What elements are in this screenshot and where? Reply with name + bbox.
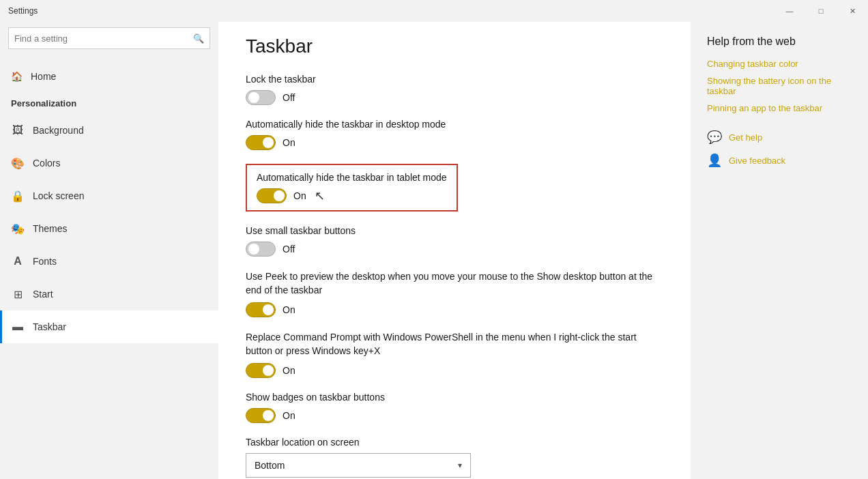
sidebar-item-start[interactable]: ⊞ Start: [0, 278, 218, 310]
badges-toggle-row: On: [246, 408, 663, 423]
auto-hide-tablet-label: Automatically hide the taskbar in tablet…: [257, 172, 447, 183]
powershell-toggle[interactable]: [246, 363, 276, 378]
badges-label: Show badges on taskbar buttons: [246, 392, 663, 403]
setting-lock-taskbar: Lock the taskbar Off: [246, 74, 663, 105]
small-buttons-toggle[interactable]: [246, 242, 276, 257]
sidebar-item-home[interactable]: 🏠 Home: [0, 60, 218, 93]
get-help-action[interactable]: 💬 Get help: [707, 130, 852, 145]
home-icon: 🏠: [11, 71, 23, 82]
page-title: Taskbar: [246, 35, 663, 57]
setting-auto-hide-tablet-highlighted: Automatically hide the taskbar in tablet…: [246, 164, 458, 212]
fonts-icon: A: [11, 255, 25, 267]
give-feedback-label: Give feedback: [729, 156, 785, 166]
setting-powershell: Replace Command Prompt with Windows Powe…: [246, 331, 663, 378]
setting-auto-hide-desktop: Automatically hide the taskbar in deskto…: [246, 119, 663, 150]
small-buttons-state: Off: [283, 244, 295, 255]
auto-hide-tablet-state: On: [293, 190, 306, 201]
help-actions: 💬 Get help 👤 Give feedback: [707, 130, 852, 168]
sidebar-item-themes[interactable]: 🎭 Themes: [0, 212, 218, 245]
auto-hide-desktop-state: On: [283, 137, 295, 148]
background-label: Background: [33, 125, 84, 136]
taskbar-label: Taskbar: [33, 321, 66, 332]
auto-hide-desktop-toggle-row: On: [246, 135, 663, 150]
sidebar-item-colors[interactable]: 🎨 Colors: [0, 147, 218, 179]
auto-hide-tablet-toggle-row: On ↖: [257, 188, 447, 203]
themes-label: Themes: [33, 223, 68, 234]
personalization-label: Personalization: [0, 93, 218, 114]
powershell-toggle-row: On: [246, 363, 663, 378]
colors-icon: 🎨: [11, 157, 25, 170]
colors-label: Colors: [33, 158, 60, 169]
setting-taskbar-location: Taskbar location on screen Bottom ▾: [246, 437, 663, 478]
auto-hide-desktop-label: Automatically hide the taskbar in deskto…: [246, 119, 663, 130]
maximize-button[interactable]: □: [805, 0, 837, 22]
themes-icon: 🎭: [11, 222, 25, 235]
powershell-state: On: [283, 365, 295, 376]
lock-screen-icon: 🔒: [11, 190, 25, 203]
setting-peek-preview: Use Peek to preview the desktop when you…: [246, 270, 663, 317]
powershell-label: Replace Command Prompt with Windows Powe…: [246, 331, 663, 358]
lock-taskbar-toggle-row: Off: [246, 90, 663, 105]
search-icon: 🔍: [193, 33, 204, 44]
app-title: Settings: [8, 6, 38, 16]
start-icon: ⊞: [11, 288, 25, 301]
search-input[interactable]: [14, 33, 193, 44]
lock-taskbar-toggle[interactable]: [246, 90, 276, 105]
sidebar-item-background[interactable]: 🖼 Background: [0, 114, 218, 147]
fonts-label: Fonts: [33, 256, 57, 267]
small-buttons-thumb: [248, 244, 259, 255]
give-feedback-action[interactable]: 👤 Give feedback: [707, 153, 852, 168]
right-panel: Help from the web Changing taskbar color…: [691, 0, 868, 479]
give-feedback-icon: 👤: [707, 153, 722, 168]
badges-thumb: [263, 410, 274, 421]
cursor-indicator: ↖: [315, 188, 325, 203]
auto-hide-tablet-thumb: [274, 190, 285, 201]
start-label: Start: [33, 289, 53, 300]
auto-hide-tablet-toggle[interactable]: [257, 188, 287, 203]
help-title: Help from the web: [707, 35, 852, 48]
window-controls: — □ ✕: [774, 0, 868, 22]
get-help-icon: 💬: [707, 130, 722, 145]
lock-screen-label: Lock screen: [33, 190, 84, 201]
main-content: Taskbar Lock the taskbar Off Automatical…: [218, 0, 691, 479]
setting-small-buttons: Use small taskbar buttons Off: [246, 225, 663, 257]
search-box[interactable]: 🔍: [8, 27, 210, 49]
peek-preview-toggle-row: On: [246, 302, 663, 317]
help-link-pin-app[interactable]: Pinning an app to the taskbar: [707, 103, 852, 113]
sidebar-item-lock-screen[interactable]: 🔒 Lock screen: [0, 179, 218, 212]
auto-hide-desktop-thumb: [263, 137, 274, 148]
lock-taskbar-thumb: [248, 92, 259, 103]
badges-state: On: [283, 410, 295, 421]
background-icon: 🖼: [11, 124, 25, 136]
taskbar-icon: ▬: [11, 321, 25, 333]
badges-toggle[interactable]: [246, 408, 276, 423]
sidebar-item-taskbar[interactable]: ▬ Taskbar: [0, 310, 218, 343]
sidebar-item-fonts[interactable]: A Fonts: [0, 245, 218, 278]
taskbar-location-label: Taskbar location on screen: [246, 437, 663, 448]
peek-preview-toggle[interactable]: [246, 302, 276, 317]
taskbar-location-dropdown[interactable]: Bottom ▾: [246, 453, 471, 478]
taskbar-location-value: Bottom: [255, 460, 285, 471]
help-link-battery-icon[interactable]: Showing the battery icon on the taskbar: [707, 76, 852, 96]
peek-preview-thumb: [263, 304, 274, 315]
small-buttons-label: Use small taskbar buttons: [246, 225, 663, 236]
close-button[interactable]: ✕: [837, 0, 868, 22]
sidebar: 🔍 🏠 Home Personalization 🖼 Background 🎨 …: [0, 0, 218, 479]
chevron-down-icon: ▾: [458, 461, 462, 470]
powershell-thumb: [263, 365, 274, 376]
titlebar: Settings — □ ✕: [0, 0, 868, 22]
help-link-taskbar-color[interactable]: Changing taskbar color: [707, 59, 852, 69]
lock-taskbar-state: Off: [283, 92, 295, 103]
lock-taskbar-label: Lock the taskbar: [246, 74, 663, 85]
peek-preview-state: On: [283, 304, 295, 315]
peek-preview-label: Use Peek to preview the desktop when you…: [246, 270, 663, 297]
get-help-label: Get help: [729, 132, 762, 143]
minimize-button[interactable]: —: [774, 0, 805, 22]
home-label: Home: [31, 71, 56, 82]
auto-hide-desktop-toggle[interactable]: [246, 135, 276, 150]
small-buttons-toggle-row: Off: [246, 242, 663, 257]
setting-badges: Show badges on taskbar buttons On: [246, 392, 663, 423]
